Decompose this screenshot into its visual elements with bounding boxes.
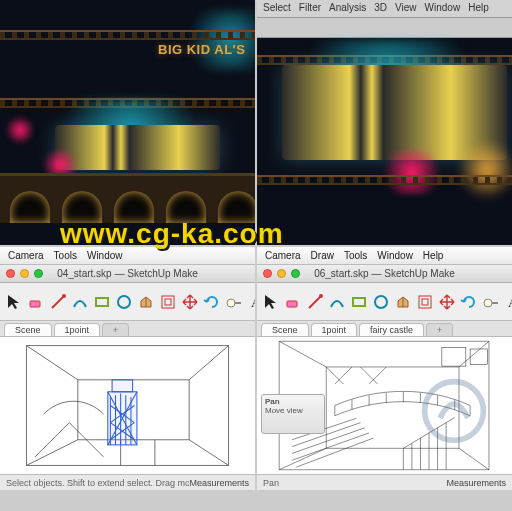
mac-menubar[interactable]: Camera Tools Window [0, 247, 255, 265]
scene-tabs[interactable]: Scene 1point + [0, 321, 255, 337]
sketchup-viewport[interactable] [0, 337, 255, 474]
rotate-tool[interactable] [459, 289, 479, 315]
scene-tab-add[interactable]: + [102, 323, 129, 336]
close-icon[interactable] [6, 269, 15, 278]
traffic-lights[interactable] [263, 269, 300, 278]
text-tool[interactable]: A [246, 289, 255, 315]
move-tool[interactable] [180, 289, 200, 315]
mac-menubar[interactable]: Camera Draw Tools Window Help [257, 247, 512, 265]
line-tool[interactable] [48, 289, 68, 315]
sketchup-window-right: Camera Draw Tools Window Help 06_start.s… [257, 247, 512, 490]
menu-item[interactable]: Window [87, 250, 123, 261]
offset-icon [159, 293, 177, 311]
menu-item[interactable]: Draw [311, 250, 334, 261]
circle-tool[interactable] [114, 289, 134, 315]
rectangle-tool[interactable] [349, 289, 369, 315]
svg-point-19 [319, 294, 323, 298]
minimize-icon[interactable] [277, 269, 286, 278]
wireframe-scene [0, 337, 255, 474]
svg-rect-22 [419, 296, 431, 308]
pushpull-tool[interactable] [393, 289, 413, 315]
scene-tab[interactable]: Scene [4, 323, 52, 336]
sketchup-toolbar[interactable]: A [0, 283, 255, 321]
svg-rect-33 [470, 349, 487, 364]
text-icon: A [504, 293, 512, 311]
offset-tool[interactable] [415, 289, 435, 315]
select-tool[interactable] [261, 289, 281, 315]
svg-point-3 [118, 296, 130, 308]
move-tool[interactable] [437, 289, 457, 315]
circle-tool[interactable] [371, 289, 391, 315]
menu-item[interactable]: Help [423, 250, 444, 261]
close-icon[interactable] [263, 269, 272, 278]
svg-rect-20 [353, 298, 365, 306]
svg-point-6 [227, 299, 235, 307]
ps-menu-item[interactable]: Help [468, 2, 489, 15]
ps-menu-item[interactable]: Select [263, 2, 291, 15]
svg-rect-32 [442, 347, 466, 366]
photoshop-options-bar[interactable] [257, 18, 512, 38]
arc-tool[interactable] [70, 289, 90, 315]
scene-tab[interactable]: 1point [54, 323, 101, 336]
menu-item[interactable]: Camera [265, 250, 301, 261]
menu-item[interactable]: Window [377, 250, 413, 261]
ps-menu-item[interactable]: Filter [299, 2, 321, 15]
window-titlebar[interactable]: 04_start.skp — SketchUp Make [0, 265, 255, 283]
zoom-icon[interactable] [291, 269, 300, 278]
ps-menu-item[interactable]: Window [425, 2, 461, 15]
traffic-lights[interactable] [6, 269, 43, 278]
menu-item[interactable]: Tools [54, 250, 77, 261]
scene-tab[interactable]: 1point [311, 323, 358, 336]
circle-icon [372, 293, 390, 311]
scene-tab[interactable]: fairy castle [359, 323, 424, 336]
select-icon [5, 293, 23, 311]
offset-icon [416, 293, 434, 311]
rotate-icon [460, 293, 478, 311]
svg-point-24 [484, 299, 492, 307]
tape-tool[interactable] [481, 289, 501, 315]
text-tool[interactable]: A [503, 289, 512, 315]
ps-menu-item[interactable]: Analysis [329, 2, 366, 15]
rotate-tool[interactable] [202, 289, 222, 315]
pink-dome [6, 115, 34, 145]
zoom-icon[interactable] [34, 269, 43, 278]
neon-sign: BIG KID AL'S [158, 42, 245, 57]
svg-text:A: A [251, 295, 255, 310]
scene-tab[interactable]: Scene [261, 323, 309, 336]
minimize-icon[interactable] [20, 269, 29, 278]
arch [10, 191, 50, 223]
menu-item[interactable]: Camera [8, 250, 44, 261]
scene-tab-add[interactable]: + [426, 323, 453, 336]
ps-menu-item[interactable]: 3D [374, 2, 387, 15]
pushpull-tool[interactable] [136, 289, 156, 315]
move-icon [181, 293, 199, 311]
scene-tabs[interactable]: Scene 1point fairy castle + [257, 321, 512, 337]
orange-glow [457, 140, 512, 200]
measurements-label: Measurements [189, 478, 249, 488]
window-titlebar[interactable]: 06_start.skp — SketchUp Make [257, 265, 512, 283]
arc-icon [71, 293, 89, 311]
pushpull-icon [394, 293, 412, 311]
eraser-icon [27, 293, 45, 311]
eraser-tool[interactable] [283, 289, 303, 315]
sketchup-viewport[interactable]: Pan Move view [257, 337, 512, 474]
eraser-tool[interactable] [26, 289, 46, 315]
rectangle-tool[interactable] [92, 289, 112, 315]
arc-tool[interactable] [327, 289, 347, 315]
select-tool[interactable] [4, 289, 24, 315]
pushpull-icon [137, 293, 155, 311]
tape-tool[interactable] [224, 289, 244, 315]
menu-item[interactable]: Tools [344, 250, 367, 261]
offset-tool[interactable] [158, 289, 178, 315]
status-hint: Select objects. Shift to extend select. … [6, 478, 189, 488]
ps-menu-item[interactable]: View [395, 2, 417, 15]
window-title: 06_start.skp — SketchUp Make [314, 268, 455, 279]
line-icon [49, 293, 67, 311]
track-level [257, 175, 512, 185]
photoshop-menubar[interactable]: Select Filter Analysis 3D View Window He… [257, 0, 512, 18]
statusbar: Pan Measurements [257, 474, 512, 490]
line-tool[interactable] [305, 289, 325, 315]
instructor-panel[interactable]: Pan Move view [261, 394, 325, 434]
arc-icon [328, 293, 346, 311]
sketchup-toolbar[interactable]: A [257, 283, 512, 321]
